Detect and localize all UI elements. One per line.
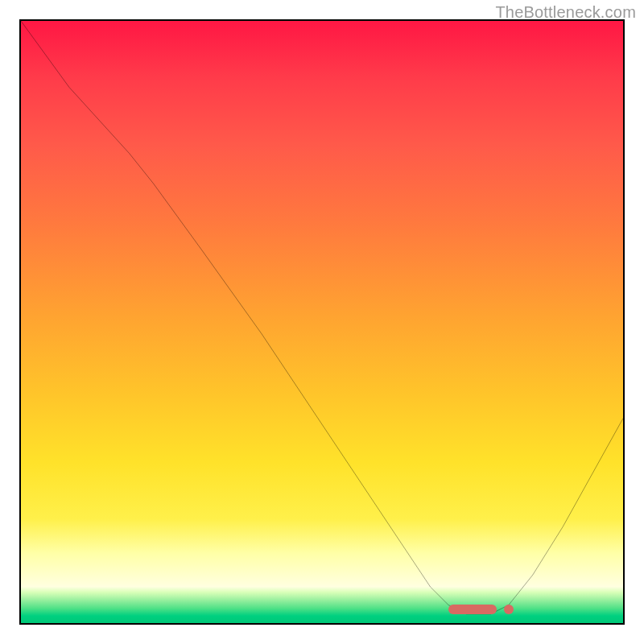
plot-area [19,19,625,625]
chart-stage: TheBottleneck.com [0,0,644,644]
bottleneck-curve [21,21,623,614]
curve-svg [21,21,623,623]
optimal-range-bar [448,605,497,614]
optimal-point-dot [504,605,514,614]
